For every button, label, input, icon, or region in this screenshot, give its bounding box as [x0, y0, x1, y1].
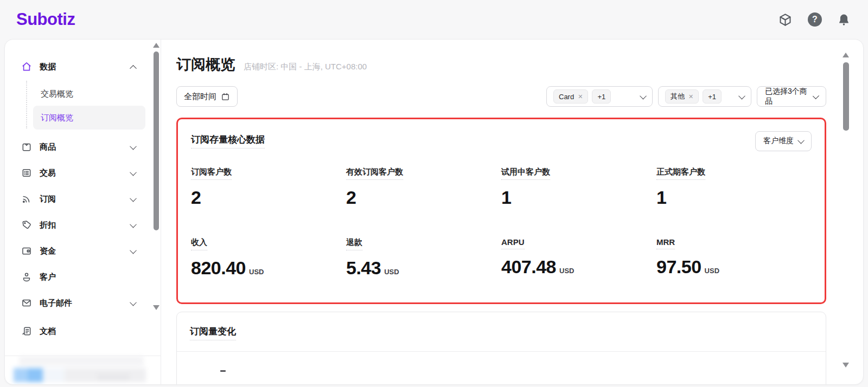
- top-header: Subotiz ?: [0, 0, 868, 39]
- notifications-bell-icon[interactable]: [837, 12, 851, 27]
- sidebar-item-label: 交易: [40, 168, 123, 178]
- metric-value: 820.40: [191, 257, 246, 278]
- chevron-down-icon: [130, 169, 137, 176]
- metric-label: 退款: [346, 237, 362, 250]
- scrollbar-down-arrow[interactable]: [153, 305, 159, 310]
- metric-label: 有效订阅客户数: [346, 167, 403, 180]
- filter-chip: Card ✕: [553, 89, 588, 104]
- chevron-down-icon: [813, 93, 819, 99]
- channel-filter-dropdown[interactable]: 其他 ✕ +1: [658, 86, 751, 107]
- product-filter-dropdown[interactable]: 已选择3个商品: [757, 86, 826, 107]
- tag-icon: [21, 220, 32, 230]
- chevron-down-icon: [640, 92, 647, 99]
- rss-icon: [21, 194, 32, 204]
- store-timezone: 店铺时区: 中国 - 上海, UTC+08:00: [244, 62, 367, 72]
- chevron-down-icon: [130, 247, 137, 254]
- metric-label: 试用中客户数: [501, 167, 550, 180]
- metric-mrr: MRR 97.50USD: [656, 237, 812, 279]
- sidebar-item-subscriptions[interactable]: 订阅: [5, 186, 161, 212]
- home-icon: [21, 61, 32, 72]
- remove-chip-icon[interactable]: ✕: [688, 93, 693, 100]
- metric-value: 1: [501, 187, 511, 208]
- metric-label: MRR: [656, 237, 675, 249]
- sidebar-item-label: 电子邮件: [40, 298, 123, 308]
- blurred-account-info: [10, 359, 153, 382]
- metric-value: 2: [191, 187, 201, 208]
- sidebar-item-products[interactable]: 商品: [5, 134, 161, 160]
- scrollbar-up-arrow[interactable]: [153, 43, 159, 48]
- dimension-select-label: 客户维度: [763, 136, 794, 146]
- metric-value: 97.50: [656, 256, 701, 277]
- clipped-chart-content: [220, 370, 226, 372]
- mail-icon: [21, 298, 32, 308]
- sidebar-item-transaction-overview[interactable]: 交易概览: [33, 82, 145, 106]
- metric-subscribed-customers: 订阅客户数 2: [191, 167, 346, 208]
- chevron-down-icon: [130, 221, 137, 228]
- scrollbar-thumb[interactable]: [154, 51, 159, 230]
- sidebar: 数据 交易概览 订阅概览 商品 交易: [5, 40, 161, 384]
- content-card: 数据 交易概览 订阅概览 商品 交易: [4, 39, 864, 385]
- sidebar-item-label: 商品: [40, 142, 123, 152]
- metric-trialing-customers: 试用中客户数 1: [501, 167, 656, 208]
- metric-formal-period-customers: 正式期客户数 1: [656, 167, 812, 208]
- sidebar-item-label: 订阅: [40, 194, 123, 204]
- panel-title: 订阅存量核心数据: [191, 133, 265, 149]
- metric-unit: USD: [249, 268, 264, 276]
- scrollbar-down-arrow[interactable]: [843, 363, 849, 367]
- metric-label: ARPU: [501, 237, 525, 249]
- metric-unit: USD: [559, 267, 574, 275]
- calendar-icon: [221, 92, 230, 101]
- chevron-down-icon: [130, 195, 137, 202]
- main-scrollbar[interactable]: [843, 53, 849, 372]
- sidebar-item-label: 资金: [40, 246, 123, 256]
- app-logo: Subotiz: [16, 10, 75, 29]
- chevron-down-icon: [797, 137, 805, 144]
- filter-chip-more: +1: [703, 89, 722, 104]
- sidebar-item-discounts[interactable]: 折扣: [5, 212, 161, 238]
- chip-label: +1: [597, 93, 605, 101]
- sidebar-item-customers[interactable]: 客户: [5, 264, 161, 290]
- chevron-down-icon: [130, 143, 137, 150]
- chevron-down-icon: [130, 299, 137, 306]
- sidebar-scrollbar[interactable]: [154, 43, 159, 346]
- main-content: 订阅概览 店铺时区: 中国 - 上海, UTC+08:00 全部时间 Card …: [161, 40, 863, 384]
- chip-label: Card: [559, 93, 574, 101]
- time-range-label: 全部时间: [184, 92, 216, 102]
- list-icon: [21, 167, 32, 178]
- metric-value: 407.48: [501, 256, 556, 277]
- sidebar-item-subscription-overview[interactable]: 订阅概览: [33, 106, 145, 130]
- apps-package-icon[interactable]: [778, 12, 793, 27]
- sidebar-item-docs[interactable]: 文档: [5, 318, 161, 344]
- wallet-icon: [21, 246, 32, 256]
- remove-chip-icon[interactable]: ✕: [578, 93, 583, 100]
- sidebar-item-funds[interactable]: 资金: [5, 238, 161, 264]
- sidebar-subnav: 交易概览 订阅概览: [5, 80, 161, 132]
- metric-value: 2: [346, 187, 356, 208]
- panel-title: 订阅量变化: [190, 325, 236, 340]
- sidebar-item-data[interactable]: 数据: [5, 54, 161, 80]
- dimension-select-dropdown[interactable]: 客户维度: [755, 131, 812, 151]
- scrollbar-up-arrow[interactable]: [843, 53, 849, 57]
- chevron-down-icon: [738, 92, 745, 99]
- metric-arpu: ARPU 407.48USD: [501, 237, 656, 279]
- chip-label: +1: [708, 93, 716, 101]
- metric-unit: USD: [705, 267, 719, 275]
- metric-label: 收入: [191, 237, 207, 250]
- payment-filter-dropdown[interactable]: Card ✕ +1: [546, 86, 653, 107]
- metric-refunds: 退款 5.43USD: [346, 237, 501, 279]
- sidebar-item-email[interactable]: 电子邮件: [5, 290, 161, 311]
- metric-revenue: 收入 820.40USD: [191, 237, 346, 279]
- sidebar-item-label: 客户: [40, 272, 136, 282]
- sidebar-item-label: 折扣: [40, 220, 123, 230]
- filter-chip-more: +1: [592, 89, 611, 104]
- metric-label: 正式期客户数: [656, 167, 705, 180]
- metric-value: 5.43: [346, 257, 381, 278]
- time-range-button[interactable]: 全部时间: [176, 86, 238, 107]
- sidebar-item-transactions[interactable]: 交易: [5, 160, 161, 186]
- help-icon[interactable]: ?: [808, 12, 822, 27]
- document-icon: [21, 326, 32, 337]
- sidebar-scroll-area: 数据 交易概览 订阅概览 商品 交易: [5, 40, 161, 311]
- scrollbar-thumb[interactable]: [843, 62, 849, 131]
- metric-value: 1: [656, 187, 666, 208]
- subscription-core-metrics-panel: 订阅存量核心数据 客户维度 订阅客户数 2 有效订阅客户数 2: [176, 118, 826, 304]
